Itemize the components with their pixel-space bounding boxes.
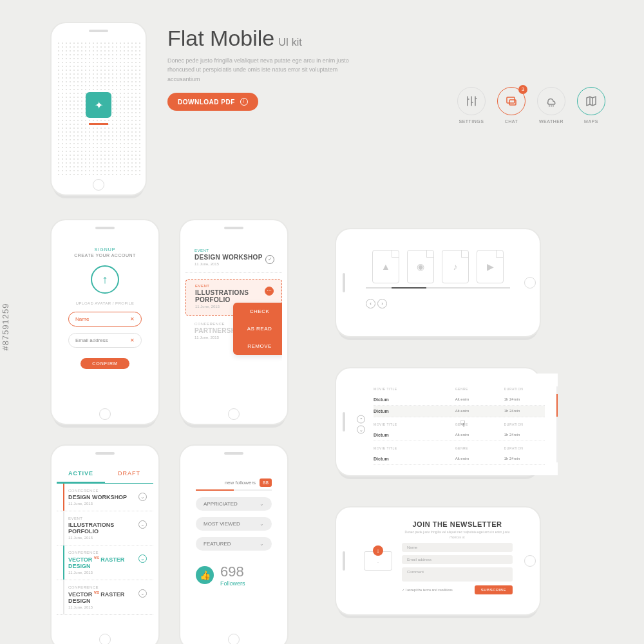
thumbs-up-icon: 👍	[196, 566, 214, 584]
chevron-down-icon[interactable]: ⌄	[138, 520, 147, 529]
name-input[interactable]: Name✕	[68, 312, 142, 327]
timeline-item[interactable]: EVENTILLUSTRATIONS PORFOLIO11 June, 2015…	[57, 511, 153, 545]
nl-email-input[interactable]: Email address	[402, 555, 513, 564]
signup-heading: SIGNUP	[68, 247, 142, 252]
watermark: #87591259	[1, 303, 10, 350]
signup-sub: CREATE YOUR ACCOUNT	[68, 253, 142, 258]
vertical-pager: ⌃ ⌄	[357, 413, 365, 436]
phone-newsletter: ↓ JOIN THE NEWSLETTER Donec pede justo f…	[335, 506, 541, 616]
timeline-item-active[interactable]: CONFERENCEVECTOR VS RASTER DESIGN11 June…	[57, 545, 153, 580]
envelope-icon: ↓	[354, 513, 402, 609]
subscribe-button[interactable]: SUBSCRIBE	[475, 585, 513, 594]
weather-icon	[545, 95, 558, 108]
weather-icon-cell[interactable]: WEATHER	[537, 87, 565, 124]
ctx-remove[interactable]: REMOVE	[233, 337, 282, 355]
splash-progress	[89, 123, 108, 125]
next-button[interactable]: ›	[377, 299, 387, 308]
terms-checkbox[interactable]: ✓ I accept the terms and conditions	[402, 588, 453, 592]
new-followers-label: new followers	[225, 480, 256, 486]
context-menu: CHECK AS READ REMOVE	[233, 303, 282, 355]
table-row-hover[interactable]: DictumAlt enim1h 24min	[374, 406, 545, 417]
clear-icon[interactable]: ✕	[130, 337, 135, 343]
followers-count-badge: 88	[260, 478, 272, 487]
nl-comment-input[interactable]: Comment	[402, 567, 513, 582]
tab-active[interactable]: ACTIVE	[57, 464, 105, 483]
file-photo[interactable]: ◉	[407, 250, 434, 283]
nl-name-input[interactable]: Name	[402, 543, 513, 552]
header-lorem: Donec pede justo fringilla velaliquet ne…	[167, 56, 361, 84]
timeline-item[interactable]: CONFERENCEVECTOR VS RASTER DESIGN11 June…	[57, 580, 153, 615]
maps-icon-cell[interactable]: MAPS	[577, 87, 605, 124]
chevron-down-icon[interactable]: ⌄	[138, 493, 147, 501]
confirm-button[interactable]: CONFIRM	[80, 358, 129, 369]
email-input[interactable]: Email address✕	[68, 333, 142, 348]
pill-mostviewed[interactable]: MOST VIEWED⌄	[196, 517, 272, 531]
clear-icon[interactable]: ✕	[130, 316, 135, 322]
phone-signup: SIGNUP CREATE YOUR ACCOUNT ↑ UPLOAD AVAT…	[50, 219, 160, 425]
phone-gallery: ▲ ◉ ♪ ▶ ‹›	[335, 228, 541, 337]
chevron-down-icon[interactable]: ⌄	[138, 589, 147, 598]
page-title: Flat MobileUI kit	[167, 26, 605, 51]
gallery-scrollbar[interactable]	[366, 287, 510, 289]
phone-events: EVENT DESIGN WORKSHOP 11 June, 2015 ✓ EV…	[179, 219, 289, 425]
tab-draft[interactable]: DRAFT	[105, 464, 153, 483]
pill-featured[interactable]: FEATURED⌄	[196, 537, 272, 551]
icon-row: SETTINGS 3 CHAT WEATHER MAPS	[457, 87, 605, 124]
settings-icon-cell[interactable]: SETTINGS	[457, 87, 486, 124]
scrollbar[interactable]	[556, 386, 558, 462]
phone-followers: new followers88 APPRICIATED⌄ MOST VIEWED…	[179, 444, 289, 644]
upload-hint: UPLOAD AVATAR / PROFILE	[68, 301, 142, 305]
phone-tabs: ACTIVE DRAFT CONFERENCEDESIGN WORKSHOP11…	[50, 444, 160, 644]
file-image[interactable]: ▲	[372, 250, 399, 283]
page-up-button[interactable]: ⌃	[357, 415, 365, 424]
followers-number: 698	[220, 564, 245, 580]
ctx-asread[interactable]: AS READ	[233, 320, 282, 337]
event-item[interactable]: EVENT DESIGN WORKSHOP 11 June, 2015 ✓	[185, 249, 282, 273]
followers-progress	[196, 489, 272, 491]
chat-icon-cell[interactable]: 3 CHAT	[497, 87, 526, 124]
page-down-button[interactable]: ⌄	[357, 426, 365, 434]
chevron-down-icon[interactable]: ⌄	[138, 554, 147, 563]
download-icon	[240, 98, 248, 106]
file-video[interactable]: ▶	[477, 250, 504, 283]
newsletter-lorem: Donec pede justo fringilla vel aliquet n…	[402, 530, 513, 540]
check-icon[interactable]: ✓	[265, 255, 274, 264]
ctx-check[interactable]: CHECK	[233, 303, 282, 320]
phone-table: ⌃ ⌄ MOVIE TITLE GENRE DURATION DictumAlt…	[335, 367, 541, 477]
cursor-icon: ☟	[460, 419, 466, 429]
upload-avatar-button[interactable]: ↑	[91, 265, 119, 294]
file-audio[interactable]: ♪	[442, 250, 469, 283]
newsletter-title: JOIN THE NEWSLETTER	[402, 520, 513, 528]
timeline-item[interactable]: CONFERENCEDESIGN WORKSHOP11 June, 2015 ⌄	[57, 484, 153, 511]
settings-icon	[465, 95, 478, 108]
chat-badge: 3	[518, 85, 527, 94]
download-pdf-button[interactable]: DOWNLOAD PDF	[167, 93, 258, 111]
prev-button[interactable]: ‹	[366, 299, 375, 308]
more-icon[interactable]: ⋯	[265, 287, 274, 296]
phone-splash: ✦	[50, 22, 147, 196]
pill-appreciated[interactable]: APPRICIATED⌄	[196, 497, 272, 511]
followers-label: Followers	[220, 580, 245, 587]
chat-icon	[505, 95, 518, 108]
loader-icon: ✦	[86, 92, 111, 118]
maps-icon	[585, 95, 598, 108]
